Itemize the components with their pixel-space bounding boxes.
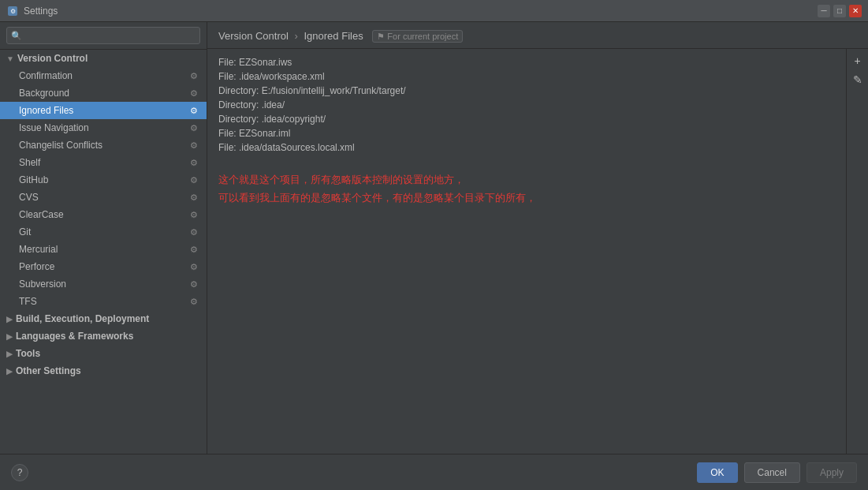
item-icon: ⚙ xyxy=(188,245,200,255)
file-entry: Directory: .idea/ xyxy=(207,98,846,112)
sidebar-item-issue-navigation[interactable]: Issue Navigation ⚙ xyxy=(0,119,207,137)
sidebar-section-tools[interactable]: ▶ Tools xyxy=(0,345,207,362)
annotation-line-1: 这个就是这个项目，所有忽略版本控制的设置的地方， xyxy=(218,170,835,189)
footer-right: OK Cancel Apply xyxy=(697,462,857,483)
item-icon: ⚙ xyxy=(188,123,200,133)
section-label: Other Settings xyxy=(16,365,81,376)
content-area: File: EZSonar.iws File: .idea/workspace.… xyxy=(207,49,868,454)
item-icon: ⚙ xyxy=(188,140,200,151)
item-icon: ⚙ xyxy=(188,297,200,307)
sidebar-item-label: Issue Navigation xyxy=(19,122,188,133)
sidebar-item-clearcase[interactable]: ClearCase ⚙ xyxy=(0,206,207,223)
sidebar-section-other-settings[interactable]: ▶ Other Settings xyxy=(0,362,207,380)
apply-button[interactable]: Apply xyxy=(807,462,857,483)
breadcrumb: Version Control › Ignored Files ⚑ For cu… xyxy=(218,30,463,42)
sidebar-section-build[interactable]: ▶ Build, Execution, Deployment xyxy=(0,310,207,327)
sidebar-section-languages[interactable]: ▶ Languages & Frameworks xyxy=(0,327,207,345)
section-label: Build, Execution, Deployment xyxy=(16,313,149,324)
arrow-icon: ▼ xyxy=(6,54,14,63)
arrow-icon: ▶ xyxy=(6,350,13,358)
item-icon: ⚙ xyxy=(188,210,200,220)
minimize-button[interactable]: ─ xyxy=(818,5,830,17)
ok-button[interactable]: OK xyxy=(697,462,737,483)
sidebar-item-github[interactable]: GitHub ⚙ xyxy=(0,171,207,189)
sidebar-section-version-control[interactable]: ▼ Version Control xyxy=(0,50,207,67)
breadcrumb-parent: Version Control xyxy=(218,30,289,42)
sidebar-item-label: Ignored Files xyxy=(19,105,188,116)
item-icon: ⚙ xyxy=(188,279,200,290)
arrow-icon: ▶ xyxy=(6,332,13,341)
arrow-icon: ▶ xyxy=(6,367,13,376)
item-icon: ⚙ xyxy=(188,193,200,203)
files-panel: File: EZSonar.iws File: .idea/workspace.… xyxy=(207,49,846,454)
sidebar-list: ▼ Version Control Confirmation ⚙ Backgro… xyxy=(0,50,207,454)
sidebar-item-label: CVS xyxy=(19,192,188,203)
item-icon: ⚙ xyxy=(188,71,200,81)
sidebar-item-label: Mercurial xyxy=(19,244,188,255)
dialog-footer: ? OK Cancel Apply xyxy=(0,454,868,490)
help-button[interactable]: ? xyxy=(11,464,28,481)
section-label: Version Control xyxy=(17,53,88,64)
item-icon: ⚙ xyxy=(188,262,200,272)
sidebar-item-mercurial[interactable]: Mercurial ⚙ xyxy=(0,241,207,258)
item-icon: ⚙ xyxy=(188,106,200,116)
sidebar-item-label: Git xyxy=(19,226,188,238)
dialog-body: 🔍 ▼ Version Control Confirmation ⚙ Backg… xyxy=(0,22,868,454)
title-bar: ⚙ Settings ─ □ ✕ xyxy=(0,0,868,22)
sidebar-item-label: TFS xyxy=(19,296,188,307)
file-entry: File: .idea/dataSources.local.xml xyxy=(207,140,846,155)
search-input[interactable] xyxy=(6,27,200,44)
sidebar-item-label: GitHub xyxy=(19,174,188,185)
item-icon: ⚙ xyxy=(188,158,200,168)
sidebar-item-label: Background xyxy=(19,88,188,99)
sidebar-item-perforce[interactable]: Perforce ⚙ xyxy=(0,258,207,275)
sidebar-item-label: Shelf xyxy=(19,157,188,168)
content-header: Version Control › Ignored Files ⚑ For cu… xyxy=(207,22,868,49)
annotation-text: 这个就是这个项目，所有忽略版本控制的设置的地方， 可以看到我上面有的是忽略某个文… xyxy=(207,155,846,223)
cancel-button[interactable]: Cancel xyxy=(744,462,800,483)
close-button[interactable]: ✕ xyxy=(849,5,862,17)
annotation-line-2: 可以看到我上面有的是忽略某个文件，有的是忽略某个目录下的所有， xyxy=(218,189,835,207)
sidebar-item-ignored-files[interactable]: Ignored Files ⚙ xyxy=(0,102,207,119)
sidebar-item-subversion[interactable]: Subversion ⚙ xyxy=(0,275,207,293)
search-wrapper: 🔍 xyxy=(6,27,200,44)
breadcrumb-current: Ignored Files xyxy=(304,30,363,42)
breadcrumb-separator: › xyxy=(295,30,298,42)
edit-button[interactable]: ✎ xyxy=(849,71,866,88)
file-entry: File: EZSonar.iws xyxy=(207,55,846,69)
breadcrumb-tag: ⚑ For current project xyxy=(372,30,463,43)
window-controls: ─ □ ✕ xyxy=(818,5,862,17)
section-label: Languages & Frameworks xyxy=(16,331,133,342)
right-toolbar: + ✎ xyxy=(846,49,868,454)
window-title: Settings xyxy=(24,6,818,17)
main-content: Version Control › Ignored Files ⚑ For cu… xyxy=(207,22,868,454)
settings-dialog: 🔍 ▼ Version Control Confirmation ⚙ Backg… xyxy=(0,22,868,490)
sidebar: 🔍 ▼ Version Control Confirmation ⚙ Backg… xyxy=(0,22,207,454)
sidebar-item-label: Subversion xyxy=(19,279,188,290)
add-button[interactable]: + xyxy=(849,52,866,69)
svg-text:⚙: ⚙ xyxy=(10,8,16,15)
sidebar-item-shelf[interactable]: Shelf ⚙ xyxy=(0,154,207,171)
sidebar-item-tfs[interactable]: TFS ⚙ xyxy=(0,293,207,310)
sidebar-item-label: Perforce xyxy=(19,261,188,272)
section-label: Tools xyxy=(16,348,40,359)
sidebar-item-background[interactable]: Background ⚙ xyxy=(0,84,207,102)
sidebar-item-label: Changelist Conflicts xyxy=(19,140,188,151)
item-icon: ⚙ xyxy=(188,88,200,99)
search-box: 🔍 xyxy=(0,22,207,50)
file-entry: File: .idea/workspace.xml xyxy=(207,69,846,84)
item-icon: ⚙ xyxy=(188,227,200,238)
sidebar-item-label: ClearCase xyxy=(19,209,188,220)
arrow-icon: ▶ xyxy=(6,315,13,324)
app-icon: ⚙ xyxy=(6,5,19,17)
sidebar-item-confirmation[interactable]: Confirmation ⚙ xyxy=(0,67,207,84)
sidebar-item-cvs[interactable]: CVS ⚙ xyxy=(0,189,207,206)
file-entry: Directory: .idea/copyright/ xyxy=(207,112,846,126)
sidebar-item-changelist-conflicts[interactable]: Changelist Conflicts ⚙ xyxy=(0,137,207,154)
file-entry: File: EZSonar.iml xyxy=(207,126,846,140)
item-icon: ⚙ xyxy=(188,175,200,185)
footer-left: ? xyxy=(11,464,28,481)
sidebar-item-label: Confirmation xyxy=(19,70,188,81)
sidebar-item-git[interactable]: Git ⚙ xyxy=(0,223,207,241)
maximize-button[interactable]: □ xyxy=(833,5,846,17)
